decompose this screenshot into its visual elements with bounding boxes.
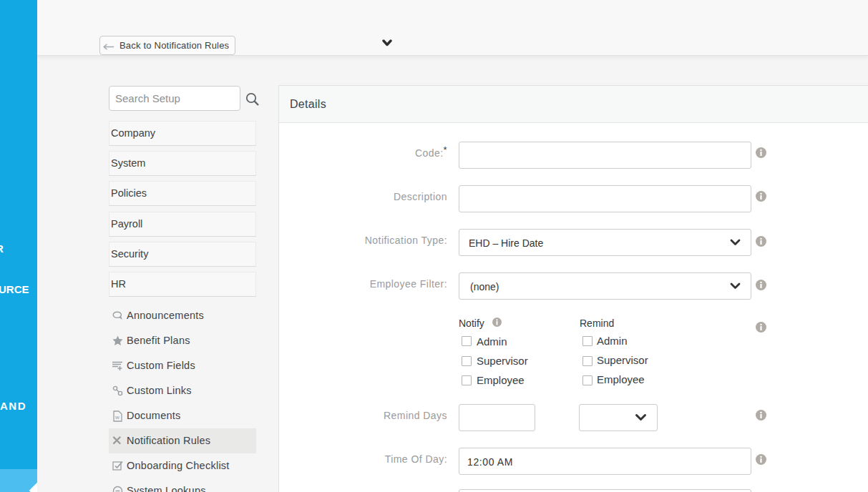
- svg-text:w: w: [114, 414, 120, 420]
